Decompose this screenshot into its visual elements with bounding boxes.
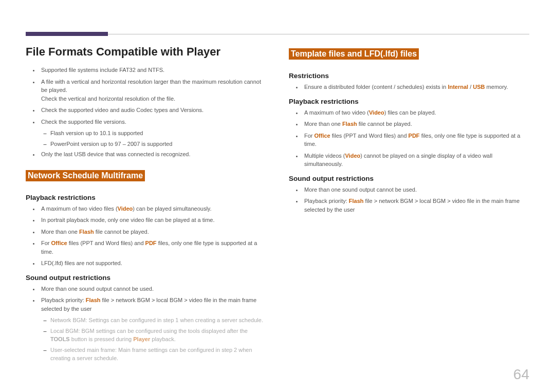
keyword-office: Office [314, 133, 330, 139]
subsection-restrictions: Restrictions [289, 72, 529, 80]
keyword-flash: Flash [86, 297, 101, 303]
list-item: Ensure a distributed folder (content / s… [302, 83, 529, 91]
list-item: PowerPoint version up to 97 – 2007 is su… [43, 140, 266, 148]
list-item: A maximum of two video (Video) files can… [302, 108, 529, 117]
list-item: Check the supported video and audio Code… [39, 106, 266, 115]
restrictions-list: Ensure a distributed folder (content / s… [289, 83, 529, 91]
text: Multiple videos ( [304, 153, 345, 159]
text: For [41, 240, 51, 246]
text: memory. [485, 84, 508, 90]
list-item: More than one Flash file cannot be playe… [302, 120, 529, 128]
text: A file with a vertical and horizontal re… [41, 79, 261, 94]
text: ) files can be played. [384, 109, 436, 116]
page-title: File Formats Compatible with Player [26, 45, 266, 59]
list-item: Local BGM: BGM settings can be configure… [43, 327, 266, 344]
list-item: Flash version up to 10.1 is supported [43, 129, 266, 138]
list-item: Supported file systems include FAT32 and… [39, 66, 266, 74]
text: file cannot be played. [357, 121, 412, 127]
keyword-usb: USB [473, 84, 485, 90]
list-item: Check the supported file versions. [39, 118, 266, 126]
list-item: A maximum of two video files (Video) can… [39, 204, 266, 213]
text: A maximum of two video files ( [41, 206, 118, 212]
keyword-internal: Internal [448, 84, 468, 90]
subsection-playback: Playback restrictions [289, 98, 529, 105]
keyword-video: Video [345, 153, 360, 159]
intro-list: Supported file systems include FAT32 and… [26, 66, 266, 126]
list-item: LFD(.lfd) files are not supported. [39, 259, 266, 268]
page-content: File Formats Compatible with Player Supp… [26, 25, 529, 365]
sound-list: More than one sound output cannot be use… [289, 185, 529, 214]
left-column: File Formats Compatible with Player Supp… [26, 45, 266, 365]
keyword-video: Video [369, 109, 384, 116]
keyword-flash: Flash [79, 229, 94, 235]
keyword-flash: Flash [349, 198, 364, 204]
list-item: Only the last USB device that was connec… [39, 150, 266, 159]
keyword-flash: Flash [342, 121, 357, 127]
text: playback. [150, 336, 176, 342]
sound-sublist: Network BGM: Settings can be configured … [43, 316, 266, 363]
text: Check the vertical and horizontal resolu… [41, 96, 175, 102]
list-item: Network BGM: Settings can be configured … [43, 316, 266, 325]
subsection-sound: Sound output restrictions [289, 175, 529, 182]
text: / [468, 84, 473, 90]
playback-list: A maximum of two video (Video) files can… [289, 108, 529, 169]
section-heading-network: Network Schedule Multiframe [26, 170, 145, 181]
text: A maximum of two video ( [304, 109, 369, 116]
text: Playback priority: [41, 297, 86, 303]
list-item: More than one sound output cannot be use… [39, 285, 266, 293]
list-item: User-selected main frame: Main frame set… [43, 346, 266, 363]
page-number: 64 [513, 366, 529, 383]
keyword-pdf: PDF [409, 133, 420, 139]
list-item: In portrait playback mode, only one vide… [39, 216, 266, 225]
sound-list: More than one sound output cannot be use… [26, 285, 266, 313]
text: ) can be played simultaneously. [133, 206, 211, 212]
list-item: Playback priority: Flash file > network … [302, 197, 529, 214]
header-accent [26, 32, 108, 36]
text: button is pressed during [70, 336, 134, 342]
intro-list-cont: Only the last USB device that was connec… [26, 150, 266, 159]
subsection-sound: Sound output restrictions [26, 274, 266, 282]
keyword-pdf: PDF [145, 240, 157, 246]
list-item: A file with a vertical and horizontal re… [39, 78, 266, 103]
right-column: Template files and LFD(.lfd) files Restr… [289, 45, 529, 365]
text: Playback priority: [304, 198, 349, 204]
text: More than one [304, 121, 342, 127]
text: files (PPT and Word files) and [67, 240, 145, 246]
list-item: More than one sound output cannot be use… [302, 185, 529, 194]
text: Local BGM: BGM settings can be configure… [50, 328, 248, 334]
text: Ensure a distributed folder (content / s… [304, 84, 448, 90]
version-sublist: Flash version up to 10.1 is supported Po… [43, 129, 266, 148]
text: file cannot be played. [94, 229, 149, 235]
keyword-player: Player [133, 336, 150, 342]
section-heading-template: Template files and LFD(.lfd) files [289, 48, 419, 60]
text: files (PPT and Word files) and [330, 133, 409, 139]
playback-list: A maximum of two video files (Video) can… [26, 204, 266, 268]
keyword-video: Video [118, 206, 133, 212]
list-item: Playback priority: Flash file > network … [39, 296, 266, 313]
subsection-playback: Playback restrictions [26, 194, 266, 201]
list-item: More than one Flash file cannot be playe… [39, 228, 266, 236]
list-item: Multiple videos (Video) cannot be played… [302, 152, 529, 169]
list-item: For Office files (PPT and Word files) an… [39, 239, 266, 256]
list-item: For Office files (PPT and Word files) an… [302, 132, 529, 148]
text: More than one [41, 229, 79, 235]
keyword-tools: TOOLS [50, 336, 70, 342]
text: For [304, 133, 314, 139]
keyword-office: Office [51, 240, 67, 246]
